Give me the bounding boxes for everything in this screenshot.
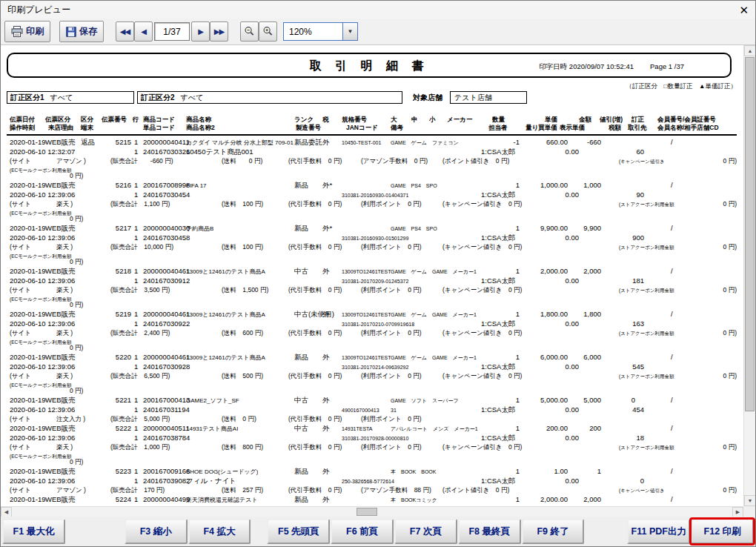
fkey-f5-button[interactable]: F5 先頭頁 [267,519,330,544]
page-indicator[interactable]: 1/37 [154,22,190,41]
col-header: ランク [294,116,314,124]
cod: (代引手数料 0 円) [288,444,342,451]
zoom-dropdown-button[interactable]: ▼ [342,22,358,41]
site: (サイト 楽天 ) [10,373,73,380]
qty: 1 [516,268,520,276]
site: (サイト 楽天 ) [10,244,73,251]
zoom-combobox[interactable]: 120% [283,22,342,41]
col-header: 大 [391,116,397,124]
ec-coupon-amount: 0 円) [70,173,83,180]
scroll-left-icon[interactable]: ◀ [1,507,12,517]
no: 5221 [116,397,131,405]
toolbar-spacer [228,31,240,32]
amount: 1,000 [583,182,601,190]
price: 660.00 [546,139,568,147]
cat: GAME ゲーム GAME メーカー1 [391,355,477,361]
name: 13009と12461のテスト商品A [186,354,265,361]
jan: 250-3826568-5772614 [342,479,394,485]
jan: 310381-20170928-00000810 [342,436,408,442]
tiny: (ストアクーポン利用金額 [619,445,674,450]
header-line2: 操作時刻来店理由端末単品コード商品名称2製造番号JANコード備考担当者量り買単価… [7,125,737,133]
cod: (代引手数料 0 円) [288,416,342,423]
time: 2020-06-10 12:39:06 [10,277,75,285]
zoom-out-button[interactable] [240,21,259,42]
ship: (送料 0 円) [222,158,262,165]
toolbar-spacer [104,31,116,32]
site: (サイト 注文入力 ) [10,416,85,423]
toolbar-spacer [277,31,283,32]
scroll-up-icon[interactable]: ▲ [744,45,755,56]
col-header: JANコード [346,125,378,132]
vertical-scrollbar-thumb[interactable] [745,57,755,411]
line: 1 [134,234,138,242]
time: 2020-06-10 12:39:06 [10,363,75,371]
date: 2020-01-19 [10,468,46,476]
tax: 外 [322,397,330,405]
amount: 6,000 [583,354,601,362]
prev-page-button[interactable]: ◀ [134,21,153,42]
name: 楽天消費税還元確認テスト [186,497,258,503]
col-header: 取引先 [628,125,647,132]
line: 1 [134,139,138,147]
cod: (代引手数料 0 円) [288,201,342,208]
fkey-f8-button[interactable]: F8 最終頁 [458,519,521,544]
filter-correction2-label: 訂正区分2 [138,93,178,103]
name: カクダイ マルチ分岐 分水上部型 709-013 [186,139,294,146]
print-button[interactable]: 印刷 [4,21,50,42]
discount: 0 [631,397,635,405]
horizontal-scrollbar-thumb[interactable] [357,508,377,516]
first-page-button[interactable]: ◀◀ [116,21,134,42]
txn-line4: (ECモールクーポン利用金額 [7,453,737,459]
line: 1 [134,397,138,405]
disp: 0.00 [566,277,580,285]
taxamt: 163 [632,320,644,328]
tax: 外 [322,139,330,147]
name: FIFA 17 [186,182,207,189]
zoom-in-button[interactable] [259,21,277,42]
fkey-f11-button[interactable]: F11 PDF出力 [627,519,690,544]
slip: WEB販売 [45,468,76,476]
ship: (送料 100 円) [222,201,263,208]
fkey-f3-button[interactable]: F3 縮小 [125,519,188,544]
col-header: 区分 [81,116,93,124]
report-page: 取 引 明 細 書 印字日時 2020/09/07 10:52:41 Page … [1,45,743,506]
txn-line1: 2020-01-19WEB販売52211200167000413GAME2_ソフ… [7,397,737,406]
col-header: 税 [322,116,329,124]
ec-coupon-amount: 0 円) [70,302,83,309]
tax: 外 [322,268,330,276]
fee: (利用ポイント 0 円) [361,287,422,294]
vertical-scrollbar[interactable]: ▲ ▼ [743,45,755,506]
line: 1 [134,148,138,156]
close-icon[interactable]: ✕ [739,4,749,16]
scroll-right-icon[interactable]: ▶ [732,507,743,517]
horizontal-scrollbar[interactable]: ◀ ▶ [1,506,743,517]
scroll-down-icon[interactable]: ▼ [744,495,755,506]
sales: (販売合計 -660 円) [110,158,173,165]
col-header: 会員名称/相手店舗CD [657,125,719,132]
ec-coupon-amount: 0 円) [70,459,83,466]
fkey-f1-button[interactable]: F1 最大化 [2,519,65,544]
transaction-5222: 2020-01-19WEB販売5222120000004051114931テスト… [7,425,737,468]
filter-correction1-value: すべて [47,93,76,103]
print-preview-window: 印刷プレビュー ✕ 印刷 保存 ◀◀ ◀ 1/37 ▶ ▶▶ 120% ▼ [0,0,756,547]
cod: (代引手数料 0 円) [288,373,342,380]
fkey-f7-button[interactable]: F7 次頁 [394,519,457,544]
code: 200000040461 [143,268,190,276]
cat: 本 BOOK BOOK [391,469,436,475]
tiny: (ストアクーポン利用金額 [619,331,674,336]
rank: 新品 [294,354,308,362]
col-header: 訂正 [631,116,644,124]
fkey-f4-button[interactable]: F4 拡大 [188,519,251,544]
save-button[interactable]: 保存 [59,21,104,42]
col-header: 税額 [609,125,621,132]
code: 240167030454 [143,191,190,199]
last-page-button[interactable]: ▶▶ [210,21,228,42]
amt: 0 円) [723,201,737,208]
tiny: (ストアクーポン利用金額 [619,288,674,293]
fkey-f9-button[interactable]: F9 終了 [522,519,585,544]
point: (キャンペーン値引き 0 円) [442,201,522,208]
transaction-5215: 2020-01-19WEB販売返品52151200000040411カクダイ マ… [7,139,737,182]
next-page-button[interactable]: ▶ [191,21,210,42]
fkey-f12-button[interactable]: F12 印刷 [691,519,754,544]
fkey-f6-button[interactable]: F6 前頁 [331,519,394,544]
